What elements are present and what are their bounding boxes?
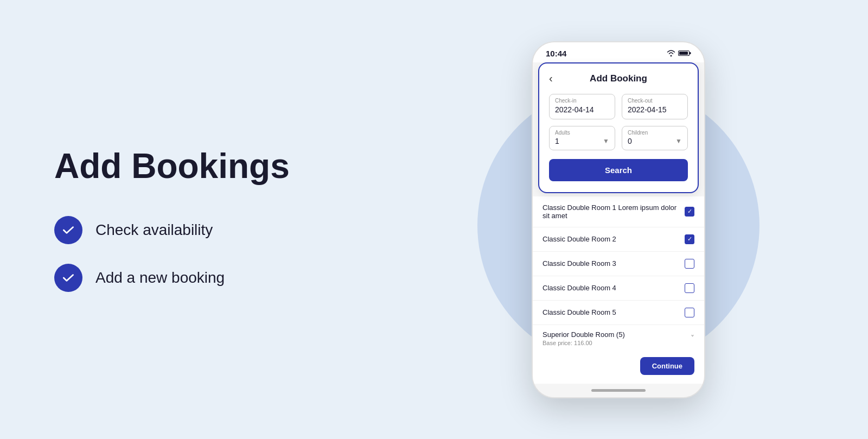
feature-text-booking: Add a new booking: [95, 269, 225, 287]
status-time: 10:44: [546, 49, 566, 58]
adults-field[interactable]: Adults 1 ▼: [549, 126, 615, 150]
room-name-3: Classic Double Room 3: [542, 259, 685, 268]
room-name-4: Classic Double Room 4: [542, 284, 685, 292]
wifi-icon: [666, 50, 676, 56]
search-button[interactable]: Search: [549, 159, 688, 181]
page-title: Add Bookings: [54, 147, 315, 185]
phone-wrapper: 10:44: [532, 41, 705, 398]
superior-room-sub: Base price: 116.00: [542, 340, 625, 346]
superior-chevron-icon: ˅: [691, 334, 694, 342]
children-value: 0: [628, 137, 632, 145]
adults-arrow-icon: ▼: [603, 137, 609, 145]
room-name-2: Classic Double Room 2: [542, 235, 685, 243]
checkout-label: Check-out: [628, 98, 682, 104]
battery-icon: [678, 50, 691, 56]
children-arrow-icon: ▼: [675, 137, 682, 145]
status-bar: 10:44: [533, 42, 704, 62]
feature-text-availability: Check availability: [95, 221, 213, 239]
room-item-2[interactable]: Classic Double Room 2: [533, 227, 704, 252]
children-dropdown: 0 ▼: [628, 137, 682, 145]
date-fields-row: Check-in 2022-04-14 Check-out 2022-04-15: [549, 94, 688, 119]
adults-value: 1: [555, 137, 559, 145]
svg-rect-2: [690, 52, 691, 54]
back-button[interactable]: ‹: [549, 72, 553, 85]
booking-modal: ‹ Add Booking Check-in 2022-04-14 Check-…: [538, 62, 699, 193]
room-checkbox-2[interactable]: [685, 234, 694, 244]
room-checkbox-1[interactable]: [685, 207, 694, 217]
phone-device: 10:44: [532, 41, 705, 398]
adults-dropdown: 1 ▼: [555, 137, 609, 145]
checkout-field[interactable]: Check-out 2022-04-15: [622, 94, 688, 119]
room-item-1[interactable]: Classic Double Room 1 Lorem ipsum dolor …: [533, 196, 704, 227]
feature-list: Check availability Add a new booking: [54, 216, 315, 292]
room-name-5: Classic Double Room 5: [542, 308, 685, 316]
checkin-label: Check-in: [555, 98, 609, 104]
room-list: Classic Double Room 1 Lorem ipsum dolor …: [533, 196, 704, 352]
right-section: 10:44: [369, 41, 868, 398]
modal-title: Add Booking: [590, 73, 647, 84]
room-item-3[interactable]: Classic Double Room 3: [533, 252, 704, 276]
room-item-5[interactable]: Classic Double Room 5: [533, 301, 704, 325]
room-item-4[interactable]: Classic Double Room 4: [533, 276, 704, 301]
superior-room-info: Superior Double Room (5) Base price: 116…: [542, 330, 625, 346]
guests-fields-row: Adults 1 ▼ Children 0 ▼: [549, 126, 688, 150]
check-icon-booking: [54, 264, 82, 292]
checkin-value: 2022-04-14: [555, 105, 594, 114]
check-icon-availability: [54, 216, 82, 244]
phone-bottom: [533, 384, 704, 397]
feature-item-availability: Check availability: [54, 216, 315, 244]
room-checkbox-4[interactable]: [685, 283, 694, 293]
continue-bar: Continue: [533, 352, 704, 384]
room-checkbox-5[interactable]: [685, 308, 694, 317]
checkin-field[interactable]: Check-in 2022-04-14: [549, 94, 615, 119]
room-checkbox-3[interactable]: [685, 259, 694, 269]
children-label: Children: [628, 130, 682, 136]
superior-room-name: Superior Double Room (5): [542, 330, 625, 339]
children-field[interactable]: Children 0 ▼: [622, 126, 688, 150]
left-section: Add Bookings Check availability Add a ne…: [0, 104, 369, 335]
svg-rect-1: [679, 52, 688, 55]
superior-room-item[interactable]: Superior Double Room (5) Base price: 116…: [533, 325, 704, 352]
modal-header: ‹ Add Booking: [549, 73, 688, 84]
checkout-value: 2022-04-15: [628, 105, 667, 114]
status-icons: [666, 50, 691, 56]
feature-item-booking: Add a new booking: [54, 264, 315, 292]
room-name-1: Classic Double Room 1 Lorem ipsum dolor …: [542, 203, 685, 220]
adults-label: Adults: [555, 130, 609, 136]
continue-button[interactable]: Continue: [640, 357, 694, 375]
home-indicator: [591, 389, 646, 392]
